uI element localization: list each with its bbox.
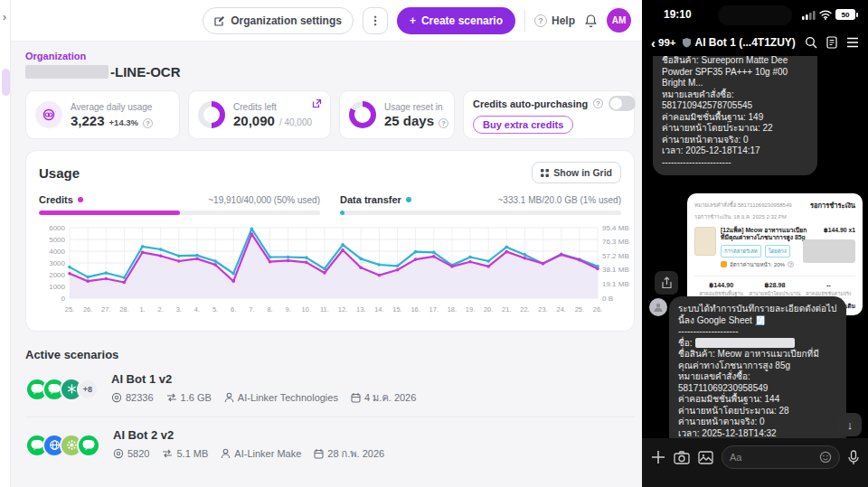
svg-text:13.: 13. [356,305,365,314]
credits-donut [198,101,225,128]
scenario-name[interactable]: AI Bot 2 v2 [113,428,384,442]
split-screen: › Organization settings ⋮ + Create scena… [0,0,868,487]
note-icon[interactable] [826,36,837,49]
message-body: ชื่อสินค้า: Meow อาหารแมวเปียกที่มีคุณค่… [678,349,837,438]
svg-text:16.: 16. [410,305,420,314]
svg-text:2.: 2. [158,305,164,314]
svg-text:12.: 12. [338,305,347,314]
microphone-icon[interactable] [848,450,859,465]
svg-text:28.: 28. [119,305,128,314]
credits-summary: ~19,910/40,000 (50% used) [208,195,320,205]
svg-text:7.: 7. [249,305,254,314]
scenario-name[interactable]: AI Bot 1 v2 [111,372,416,386]
phone-panel: 19:10 50 ‹ 99+ AI Bot 1 (...4T1ZUY) [642,0,868,487]
scenario-row-2[interactable]: AI Bot 2 v2 5820 5.1 MB AI-Linker Mak [25,417,635,473]
operations-count: 5820 [113,448,149,459]
svg-text:11.: 11. [320,305,329,314]
svg-text:6.: 6. [231,305,236,314]
svg-text:5000: 5000 [49,236,65,244]
scenario-row-1[interactable]: +8 AI Bot 1 v2 82336 1.6 GB [25,361,635,417]
order-date: รอการชำระเงิน: 18 ธ.ค. 2025 2:32 PM [694,212,855,221]
dashboard-body: Organization -LINE-OCR Average daily usa… [11,42,642,487]
info-icon[interactable]: ? [143,118,153,128]
operations-icon [35,101,62,128]
dashboard-header: Organization settings ⋮ + Create scenari… [11,0,642,42]
svg-text:8.: 8. [267,305,272,314]
svg-text:10.: 10. [302,305,311,314]
organization-settings-button[interactable]: Organization settings [203,7,354,34]
cellular-signal-icon [802,10,816,20]
scroll-to-bottom-button[interactable]: ↓ [838,413,862,436]
incoming-message-2: ระบบได้ทำการบันทึกรายละเอียดดังต่อไปนี้ล… [669,296,846,438]
battery-icon: 50 [835,9,855,20]
emoji-icon[interactable] [819,451,832,464]
create-scenario-button[interactable]: + Create scenario [397,7,515,34]
active-scenarios-title: Active scenarios [25,348,635,361]
direct-badge: โดยตรง [765,245,790,258]
menu-icon[interactable] [846,37,859,48]
person-icon [224,392,234,403]
camera-icon[interactable] [674,451,690,464]
dashboard-panel: › Organization settings ⋮ + Create scena… [0,0,642,487]
transfer-summary: ~333.1 MB/20.0 GB (1% used) [498,195,621,205]
usage-reset-card: Usage reset in 25 days ? [339,90,455,139]
user-avatar[interactable]: AM [607,8,631,33]
usage-chart[interactable]: 600050004000300020001000095.4 MB76.3 MB5… [39,222,621,325]
svg-text:0: 0 [61,295,66,303]
wifi-icon [819,10,832,20]
external-link-icon[interactable] [312,98,322,108]
info-icon[interactable]: ? [439,118,448,128]
svg-text:18.: 18. [448,305,457,314]
status-time: 19:10 [664,8,692,21]
attach-plus-icon[interactable] [651,450,665,464]
svg-text:23.: 23. [538,305,547,314]
share-icon[interactable] [655,271,678,295]
info-icon: ? [788,261,794,267]
svg-text:95.4 MB: 95.4 MB [602,224,629,232]
credits-legend-block: Credits ~19,910/40,000 (50% used) [39,194,320,215]
svg-text:20.: 20. [484,305,493,314]
organization-eyebrow: Organization [25,51,635,61]
show-in-grid-button[interactable]: Show in Grid [532,162,621,183]
commission-rate: อัตราค่านายหน้า: 20% [730,260,785,269]
svg-text:14.: 14. [374,305,383,314]
chat-title: AI Bot 1 (...4T1ZUY) [682,36,799,49]
more-options-button[interactable]: ⋮ [363,7,388,34]
transfer-legend-block: Data transfer ~333.1 MB/20.0 GB (1% used… [340,194,621,215]
svg-text:0 B: 0 B [602,295,613,303]
search-icon[interactable] [805,36,817,49]
credits-auto-purchasing-card: Credits auto-purchasing ? Buy extra cred… [463,90,635,139]
redacted-org-name [25,65,108,79]
header-divider [524,10,525,32]
svg-text:19.: 19. [466,305,475,314]
sidebar-expand-chevron[interactable]: › [3,11,6,23]
back-button[interactable]: ‹ 99+ [651,35,676,51]
info-icon[interactable]: ? [593,98,603,108]
collapsed-sidebar[interactable]: › [0,0,11,487]
svg-text:25.: 25. [575,305,584,314]
scenario-owner: AI-Linker Make [221,448,301,459]
input-placeholder: Aa [730,452,816,463]
svg-text:15.: 15. [392,305,401,314]
message-input[interactable]: Aa [722,445,840,469]
stats-row: Average daily usage 3,223 +14.3% ? Credi… [25,90,635,139]
auto-purchasing-toggle[interactable] [609,96,636,111]
svg-text:19.1 MB: 19.1 MB [602,280,629,288]
product-thumbnail [694,227,716,256]
buy-extra-credits-button[interactable]: Buy extra credits [473,116,573,134]
svg-text:2000: 2000 [49,271,65,279]
notifications-bell-icon[interactable] [584,14,598,28]
photo-gallery-icon[interactable] [698,451,713,464]
help-button[interactable]: ? Help [534,14,575,27]
data-transfer-amount: 5.1 MB [162,448,208,459]
svg-text:3000: 3000 [49,259,65,267]
usage-title: Usage [39,165,80,181]
svg-text:22.: 22. [520,305,529,314]
order-number: หมายเลขคำสั่งซื้อ:581711069230958549 [694,201,792,210]
svg-text:26.: 26. [593,305,602,314]
scenario-date: 4 ม.ค. 2026 [351,389,416,406]
credits-dot [78,197,83,202]
credits-progressbar [39,211,320,215]
operations-count: 82336 [111,392,154,403]
chat-area[interactable]: ----------------------- ชื่อ: ชื่อสินค้า… [642,56,868,438]
